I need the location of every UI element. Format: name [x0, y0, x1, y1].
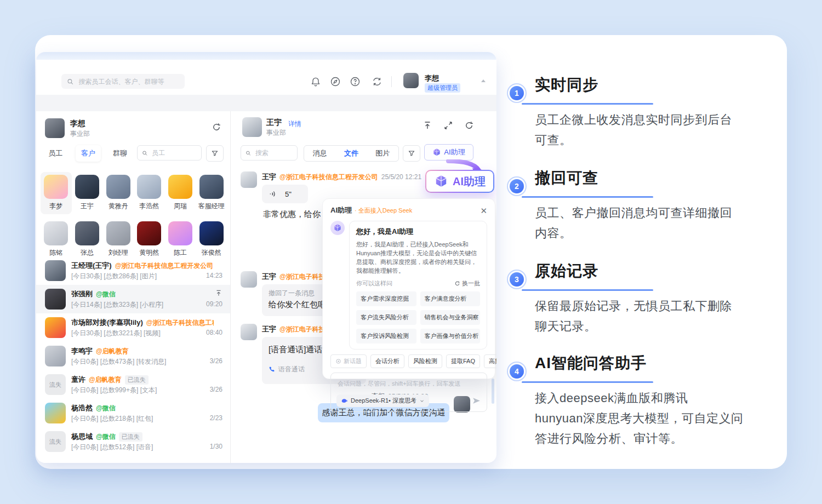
- topbar-avatar[interactable]: [403, 73, 419, 88]
- search-icon: [142, 150, 147, 157]
- ai-assistant-label: AI助理: [444, 147, 465, 157]
- feature-title: AI智能问答助手: [535, 353, 769, 374]
- contact-cell[interactable]: 陈工: [165, 219, 196, 261]
- filter-button[interactable]: [206, 145, 224, 162]
- sender-name: 王宇: [262, 172, 276, 182]
- tab-images[interactable]: 图片: [375, 148, 390, 158]
- refresh-label: 换一批: [462, 279, 480, 288]
- ai-question-input[interactable]: [336, 380, 483, 387]
- chat-search[interactable]: [241, 145, 298, 161]
- action-chip[interactable]: 高频词: [484, 354, 496, 368]
- send-icon[interactable]: [472, 396, 481, 405]
- tab-files[interactable]: 文件: [344, 148, 358, 158]
- feature-title: 实时同步: [535, 75, 769, 95]
- suggestion-chip[interactable]: 客户需求深度挖掘: [356, 291, 416, 306]
- contact-cell[interactable]: 王宇: [72, 172, 103, 214]
- chevron-up-icon[interactable]: [481, 79, 486, 82]
- conversation-item[interactable]: 杨浩然@微信 [今日0条] [总数218条] [红包] 2/23: [36, 399, 230, 427]
- feature-title: 撤回可查: [535, 168, 769, 188]
- new-topic-chip[interactable]: 新话题: [330, 354, 367, 368]
- sync-icon[interactable]: [372, 76, 383, 87]
- tab-messages[interactable]: 消息: [313, 148, 327, 158]
- greeting-title: 您好，我是AI助理: [356, 227, 480, 237]
- topbar-divider: [391, 76, 392, 87]
- suggestion-chip[interactable]: 销售机会与业务洞察: [420, 310, 481, 325]
- refresh-suggestions[interactable]: 换一批: [454, 279, 480, 288]
- contact-cell[interactable]: 李浩然: [134, 172, 165, 214]
- voice-call-label: 语音通话: [278, 365, 305, 374]
- action-chip[interactable]: 风险检测: [408, 354, 442, 368]
- feature-description: 员工、客户撤回消息均可查详细撤回 内容。: [535, 203, 769, 243]
- contact-cell[interactable]: 黄明然: [134, 219, 165, 261]
- contact-name: 客服经理: [198, 202, 225, 211]
- contact-cell[interactable]: 陈铭: [41, 219, 72, 261]
- voice-message[interactable]: 5": [262, 185, 308, 203]
- avatar-lost: 流失: [45, 431, 66, 452]
- action-chip[interactable]: 提取FAQ: [446, 354, 480, 368]
- close-icon[interactable]: ✕: [480, 207, 487, 215]
- member-search-input[interactable]: [151, 148, 197, 157]
- conversation-item[interactable]: 王经理(王宇)@浙江电子科技信息工程开发公司 [今日30条] [总数286条] …: [36, 256, 230, 285]
- contact-name: 王宇: [81, 202, 94, 211]
- avatar: [106, 221, 130, 245]
- wechat-tag: @微信: [96, 290, 116, 299]
- chat-search-input[interactable]: [254, 148, 293, 157]
- suggestion-chip[interactable]: 客户画像与价值分析: [420, 329, 481, 343]
- contact-cell[interactable]: 张总: [72, 219, 103, 261]
- expand-icon[interactable]: [443, 121, 453, 130]
- lost-badge: 已流失: [125, 375, 149, 385]
- model-selector[interactable]: DeepSeek-R1• 深度思考: [336, 394, 429, 407]
- suggestion-chip[interactable]: 客户流失风险分析: [356, 310, 416, 325]
- refresh-icon[interactable]: [212, 122, 221, 132]
- detail-link[interactable]: 详情: [288, 119, 301, 129]
- avatar-lost: 流失: [45, 374, 66, 395]
- chat-avatar[interactable]: [242, 117, 262, 137]
- ai-cube-icon: [434, 174, 448, 188]
- filter-button[interactable]: [403, 145, 420, 162]
- conversation-item[interactable]: 李鸣宇@启帆教育 [今日0条] [总数473条] [转发消息] 3/26: [36, 342, 230, 370]
- profile-avatar[interactable]: [45, 118, 65, 138]
- contact-cell[interactable]: 刘经理: [102, 219, 134, 261]
- phone-icon: [269, 366, 276, 373]
- conversation-item[interactable]: 张强刚@微信 [今日14条] [总数323条] [小程序] 09:20: [36, 285, 230, 313]
- contact-name: 李浩然: [139, 202, 159, 211]
- chevron-down-icon: [419, 398, 425, 404]
- pin-top-icon[interactable]: [423, 121, 432, 130]
- suggestion-chip[interactable]: 客户投诉风险检测: [356, 329, 416, 343]
- ai-input-box[interactable]: DeepSeek-R1• 深度思考: [330, 373, 487, 412]
- avatar: [241, 171, 257, 188]
- scrollbar-thumb[interactable]: [492, 379, 494, 404]
- ai-assistant-float-button[interactable]: AI助理: [425, 170, 494, 193]
- feature-number-badge: 4: [510, 364, 524, 379]
- tab-customer[interactable]: 客户: [76, 145, 101, 162]
- title-underline: [522, 289, 653, 291]
- conv-time: 3/26: [210, 357, 222, 365]
- refresh-icon[interactable]: [464, 121, 474, 130]
- compass-icon[interactable]: [330, 76, 341, 87]
- tab-employee[interactable]: 员工: [48, 148, 62, 158]
- help-icon[interactable]: [350, 76, 361, 87]
- pin-top-icon: [215, 289, 222, 297]
- ask-hint: 你可以这样问: [356, 279, 392, 288]
- avatar: [199, 175, 224, 199]
- tab-group[interactable]: 群聊: [113, 148, 127, 158]
- suggestion-chip[interactable]: 客户满意度分析: [420, 291, 481, 306]
- conversation-item[interactable]: 流失 童许@启帆教育已流失 [今日0条] [总数999+条] [文本] 3/26: [36, 370, 230, 399]
- action-chip[interactable]: 会话分析: [370, 354, 404, 368]
- member-search[interactable]: [137, 145, 202, 161]
- conversation-item[interactable]: 流失 杨思域@微信已流失 [今日0条] [总数512条] [语音] 1/30: [36, 427, 230, 456]
- contact-cell[interactable]: 客服经理: [196, 172, 227, 214]
- avatar: [75, 175, 99, 199]
- contact-cell[interactable]: 周瑞: [165, 172, 196, 214]
- conv-stats: [今日0条] [总数512条] [语音]: [71, 443, 153, 452]
- contact-cell[interactable]: 张俊然: [196, 219, 227, 261]
- global-search-input[interactable]: [77, 77, 179, 86]
- conv-time: 09:20: [206, 300, 222, 308]
- bell-icon[interactable]: [310, 76, 321, 87]
- ai-assistant-button[interactable]: AI助理: [424, 144, 473, 161]
- conversation-item[interactable]: 市场部对接(李嘉琪lily)@浙江电子科技信息工程开... [今日30条] [总…: [36, 313, 230, 342]
- contact-cell[interactable]: 黄雅丹: [102, 172, 134, 214]
- feature-item: 2 撤回可查 员工、客户撤回消息均可查详细撤回 内容。: [510, 168, 769, 243]
- global-search[interactable]: [61, 74, 185, 89]
- contact-cell[interactable]: 李梦: [41, 172, 72, 214]
